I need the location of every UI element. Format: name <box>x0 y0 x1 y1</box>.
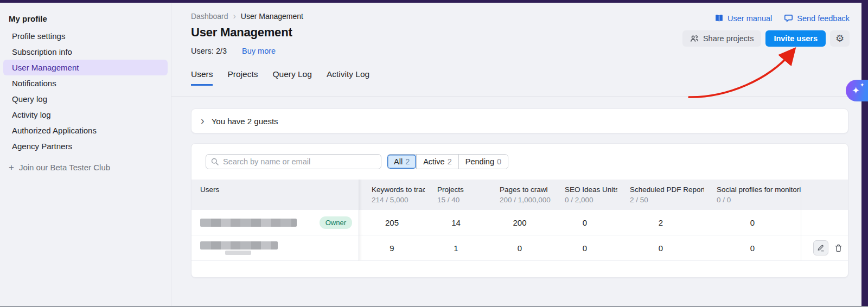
sidebar-item-user-management[interactable]: User Management <box>3 60 168 75</box>
column-header-users: Users <box>192 180 359 210</box>
keywords-value: 9 <box>359 235 425 261</box>
tab-users[interactable]: Users <box>191 69 213 86</box>
table-header-row: Users Keywords to track 214 / 5,000 Proj… <box>192 180 848 210</box>
sidebar: My profile Profile settings Subscription… <box>0 3 171 306</box>
table-row: Owner 205 14 200 0 2 0 <box>192 210 848 235</box>
sidebar-item-notifications[interactable]: Notifications <box>3 75 168 91</box>
projects-value: 14 <box>425 210 487 235</box>
pages-value: 200 <box>487 210 552 235</box>
users-quota-line: Users: 2/3 Buy more <box>191 47 868 55</box>
filter-all[interactable]: All 2 <box>387 155 416 169</box>
invite-users-button[interactable]: Invite users <box>765 30 826 47</box>
search-icon <box>210 157 219 166</box>
sidebar-item-agency-partners[interactable]: Agency Partners <box>3 138 168 154</box>
column-header-social-profiles: Social profiles for monitoring 0 / 0 <box>704 180 801 210</box>
keywords-value: 205 <box>359 210 425 235</box>
filter-active[interactable]: Active 2 <box>416 155 458 169</box>
delete-user-button[interactable] <box>834 244 843 253</box>
column-header-pdf-reports: Scheduled PDF Reports 2 / 50 <box>617 180 704 210</box>
people-icon <box>690 34 699 43</box>
breadcrumb-user-management: User Management <box>241 12 303 21</box>
main-content: Dashboard › User Management User Managem… <box>171 3 868 306</box>
share-projects-button[interactable]: Share projects <box>682 30 762 47</box>
invite-users-label: Invite users <box>774 34 818 43</box>
users-toolbar: All 2 Active 2 Pending 0 <box>192 144 848 180</box>
tab-bar: Users Projects Query Log Activity Log <box>191 69 868 86</box>
sidebar-item-activity-log[interactable]: Activity log <box>3 107 168 123</box>
redacted-user-email <box>225 251 251 255</box>
table-row: 9 1 0 0 0 0 <box>192 235 848 261</box>
seo-ideas-value: 0 <box>552 235 617 261</box>
breadcrumb-dashboard[interactable]: Dashboard <box>191 12 228 21</box>
users-quota-value: Users: 2/3 <box>191 47 227 55</box>
column-header-pages-to-crawl: Pages to crawl 200 / 1,000,000 <box>487 180 552 210</box>
pdf-reports-value: 2 <box>617 210 704 235</box>
search-box <box>206 154 381 169</box>
guests-banner-text: You have 2 guests <box>212 117 278 126</box>
window-frame-right <box>861 0 868 306</box>
social-profiles-value: 0 <box>704 235 801 261</box>
filter-pending[interactable]: Pending 0 <box>458 155 508 169</box>
filter-all-count: 2 <box>405 157 410 166</box>
projects-value: 1 <box>425 235 487 261</box>
pencil-icon <box>816 244 825 252</box>
filter-pending-count: 0 <box>497 157 501 166</box>
tab-separator-line <box>171 96 861 97</box>
seo-ideas-value: 0 <box>552 210 617 235</box>
sidebar-item-subscription-info[interactable]: Subscription info <box>3 44 168 60</box>
settings-button[interactable]: ⚙ <box>830 30 850 47</box>
column-header-actions <box>801 180 848 210</box>
tab-activity-log[interactable]: Activity Log <box>327 69 369 86</box>
ai-assistant-button[interactable]: ✦ ✦ <box>846 80 868 101</box>
user-manual-link[interactable]: User manual <box>714 14 772 23</box>
pages-value: 0 <box>487 235 552 261</box>
window-frame-top <box>0 0 868 3</box>
speech-bubble-icon <box>784 14 793 23</box>
sparkle-icon: ✦ <box>860 82 864 88</box>
chevron-expand-icon[interactable]: › <box>201 115 205 126</box>
buy-more-link[interactable]: Buy more <box>242 47 276 55</box>
screen: My profile Profile settings Subscription… <box>0 0 868 307</box>
gear-icon: ⚙ <box>835 33 844 44</box>
redacted-user-name <box>200 219 297 227</box>
users-panel: All 2 Active 2 Pending 0 Users <box>191 143 848 278</box>
sidebar-item-beta-tester-club[interactable]: + Join our Beta Tester Club <box>0 163 171 172</box>
plus-icon: + <box>9 163 14 172</box>
sidebar-item-profile-settings[interactable]: Profile settings <box>3 28 168 44</box>
owner-badge: Owner <box>320 216 352 229</box>
sidebar-title: My profile <box>0 12 171 28</box>
share-projects-label: Share projects <box>703 34 754 43</box>
search-input[interactable] <box>206 154 381 169</box>
header-links: User manual Send feedback <box>714 14 850 23</box>
beta-club-label: Join our Beta Tester Club <box>19 163 110 172</box>
column-header-seo-ideas-units: SEO Ideas Units 0 / 2,000 <box>552 180 617 210</box>
header-buttons: Share projects Invite users ⚙ <box>682 30 850 47</box>
send-feedback-link[interactable]: Send feedback <box>784 14 850 23</box>
edit-user-button[interactable] <box>813 240 828 255</box>
column-header-keywords: Keywords to track 214 / 5,000 <box>359 180 425 210</box>
tab-query-log[interactable]: Query Log <box>272 69 311 86</box>
status-filter-group: All 2 Active 2 Pending 0 <box>387 154 508 169</box>
send-feedback-label: Send feedback <box>797 14 850 23</box>
pdf-reports-value: 0 <box>617 235 704 261</box>
actions-cell <box>801 235 848 261</box>
tab-projects[interactable]: Projects <box>227 69 258 86</box>
user-name-cell <box>192 235 359 261</box>
trash-icon <box>834 244 843 253</box>
chevron-right-icon: › <box>233 12 236 21</box>
redacted-user-name <box>200 241 278 250</box>
user-name-cell: Owner <box>192 210 359 235</box>
user-manual-label: User manual <box>727 14 772 23</box>
book-icon <box>714 14 724 23</box>
guests-banner[interactable]: › You have 2 guests <box>191 108 848 133</box>
column-header-projects: Projects 15 / 40 <box>425 180 487 210</box>
sidebar-item-authorized-applications[interactable]: Authorized Applications <box>3 123 168 138</box>
sparkle-icon: ✦ <box>852 85 860 97</box>
sidebar-item-query-log[interactable]: Query log <box>3 91 168 107</box>
social-profiles-value: 0 <box>704 210 801 235</box>
filter-active-count: 2 <box>448 157 452 166</box>
actions-cell <box>801 210 848 235</box>
